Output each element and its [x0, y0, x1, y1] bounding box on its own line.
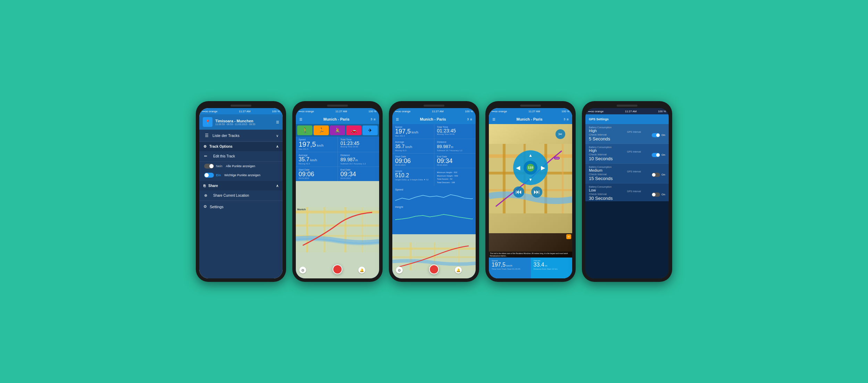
share-location-label: Share Current Location: [213, 194, 249, 197]
gear-icon: ⚙: [203, 145, 207, 148]
stat-speed-sub: Max 231.5: [299, 148, 335, 150]
hamburger-icon-4[interactable]: ☰: [492, 117, 495, 121]
tab-flying[interactable]: ✈: [362, 125, 378, 135]
svg-rect-19: [503, 144, 506, 213]
poi-marker: 119: [554, 157, 560, 160]
bottom-stat-altitude: Altitude 33.4 m Distance from Start 12 k…: [531, 258, 573, 278]
menu-item-tracks[interactable]: ☰ Liste der Tracks ∨: [199, 130, 283, 142]
media-controls-area: ◀ ▶ ▲ ▼ 110 ⏮ ⏭: [513, 150, 548, 197]
hamburger-icon-2[interactable]: ☰: [299, 117, 302, 121]
toggle-gps-4-switch[interactable]: [652, 193, 660, 197]
stat-dist-sub: Subtrack 16.7 Accuracy 1.2: [341, 163, 377, 165]
phone-notch-4: [520, 105, 541, 107]
location-btn-3[interactable]: ⊙: [396, 267, 403, 274]
scissors-btn[interactable]: ✂: [556, 129, 565, 139]
menu-share-location[interactable]: ⊕ Share Current Location: [199, 190, 283, 201]
activity-tabs: 🚶 🏃 🚴 🚗 ✈: [296, 124, 379, 137]
toggle-gps-2: On: [627, 153, 665, 157]
photo-item-1[interactable]: This hall is the oldest room of the Resi…: [489, 233, 572, 258]
map-svg-2: Munich: [296, 181, 379, 278]
setting-col-battery-1: Battery Consumption High Check Interval …: [589, 126, 627, 141]
photo-desc: This hall is the oldest room of the Resi…: [489, 252, 572, 258]
location-icon: ⊕: [204, 193, 210, 198]
phone3-nav-title: Munich - Paris: [399, 117, 467, 121]
skip-forward-btn[interactable]: ⏭: [531, 186, 542, 197]
status-battery-5: 100 %: [658, 110, 666, 113]
nav-menu-icon-4[interactable]: ≡: [567, 117, 569, 121]
toggle-gps-1-switch[interactable]: [652, 133, 660, 137]
setting-col-gps-4: GPS Interval On: [627, 190, 665, 197]
up-btn[interactable]: ▲: [528, 153, 533, 158]
stat-average: Average 35.7 km/h Moving 41.5: [296, 152, 337, 166]
track-options-header[interactable]: ⚙ Track Options ∧: [199, 142, 283, 151]
phone-2: •••oo orange 11:27 AM 100 % ☰ Munich - P…: [292, 101, 383, 282]
settings-header-title: GPS Settings: [589, 117, 609, 121]
bell-btn-3[interactable]: 🔔: [455, 267, 462, 274]
settings-icon: ⚙: [203, 204, 207, 209]
edit-track-label: Edit this Track: [213, 154, 235, 158]
settings-header: GPS Settings: [585, 114, 669, 124]
toggle-gps-3-switch[interactable]: [652, 173, 660, 177]
toggle-gps-2-switch[interactable]: [652, 153, 660, 157]
nav-badge-4: 3: [564, 117, 565, 121]
phone-notch-1: [231, 105, 251, 107]
stat3-dist: Distance 89.987m Subtrack 16.7 Accuracy …: [434, 139, 476, 153]
status-carrier-5: •••oo orange: [588, 110, 603, 113]
tab-driving[interactable]: 🚗: [346, 125, 361, 135]
nav-badge-3: 3: [467, 117, 469, 121]
share-header[interactable]: ⎘ Share ∧: [199, 181, 283, 190]
edit-icon: ✏: [204, 154, 210, 158]
prev-btn[interactable]: ◀: [516, 164, 520, 171]
menu-edit-track[interactable]: ✏ Edit this Track: [199, 151, 283, 162]
status-time-3: 11:27 AM: [432, 110, 444, 113]
nav-menu-icon-2[interactable]: ≡: [374, 117, 376, 121]
toggle-alle[interactable]: [204, 164, 214, 169]
tab-cycling[interactable]: 🚴: [330, 125, 345, 135]
status-carrier-1: •••oo orange: [202, 110, 217, 113]
tab-running[interactable]: 🏃: [314, 125, 329, 135]
settings-label: Settings: [210, 205, 224, 209]
hamburger-icon-3[interactable]: ☰: [396, 117, 399, 121]
toggle-gps-1: On: [627, 133, 665, 137]
setting-row-2: Battery Consumption High Check Interval …: [585, 144, 669, 164]
svg-text:Munich: Munich: [297, 208, 306, 211]
bottom-stats-bar: Speed 197,5 km/h Time from Track Start 0…: [489, 258, 572, 278]
speed-value: 110: [527, 164, 534, 171]
toggle-alle-row: Nein Alle Punkte anzeigen: [199, 162, 283, 171]
tab-walking[interactable]: 🚶: [297, 125, 312, 135]
phone1-menu-body: ☰ Liste der Tracks ∨ ⚙ Track Options ∧ ✏…: [199, 130, 283, 278]
stat-avg-value: 35.7 km/h: [299, 156, 335, 163]
record-btn-3[interactable]: [429, 264, 439, 274]
toggle-ein[interactable]: [204, 173, 214, 178]
phone1-header: 📍 Timisoara - Munchen 11:00:53 · 06:53 -…: [199, 114, 283, 130]
setting-col-gps-3: GPS Interval On: [627, 170, 665, 177]
down-btn[interactable]: ▼: [528, 177, 533, 182]
stat3-time: Total Time 01:23:45 Moving Time 24:00: [434, 124, 476, 139]
menu-settings[interactable]: ⚙ Settings: [199, 201, 283, 212]
chevron-share: ∧: [276, 184, 278, 188]
map-area-3: ⊙ 🔔: [392, 234, 476, 278]
stat-dist-value: 89.987m: [341, 156, 377, 163]
setting-col-gps-1: GPS Interval On: [627, 131, 665, 137]
phone-notch-2: [327, 105, 348, 107]
edit-photo-btn[interactable]: ✏: [566, 234, 571, 239]
alle-punkte-label: Alle Punkte anzeigen: [226, 164, 256, 168]
skip-back-btn[interactable]: ⏮: [513, 186, 524, 197]
stat-start: Start Date 09:06 03.03.2015: [296, 167, 337, 181]
bottom-stat-speed: Speed 197,5 km/h Time from Track Start 0…: [489, 258, 531, 278]
stat-dist-label: Distance: [341, 154, 377, 156]
stat-avg-label: Average: [299, 154, 335, 156]
location-btn-2[interactable]: ⊙: [299, 267, 306, 274]
height-chart-svg: [395, 209, 473, 221]
nav-menu-icon-3[interactable]: ≡: [470, 117, 472, 121]
status-battery-2: 100 %: [368, 110, 376, 113]
phones-container: •••oo orange 11:27 AM 100 % 📍 Timisoara …: [196, 101, 672, 282]
menu-icon[interactable]: ☰: [276, 120, 279, 124]
bell-btn-2[interactable]: 🔔: [358, 267, 365, 274]
speed-chart-svg: [395, 192, 473, 204]
track-subtitle: 11:00:53 · 06:53 - 11:03:2015 · 09:53: [215, 123, 255, 125]
share-label: Share: [208, 184, 218, 188]
svg-rect-6: [344, 207, 347, 252]
record-btn-2[interactable]: [333, 264, 342, 274]
next-btn[interactable]: ▶: [541, 164, 545, 171]
